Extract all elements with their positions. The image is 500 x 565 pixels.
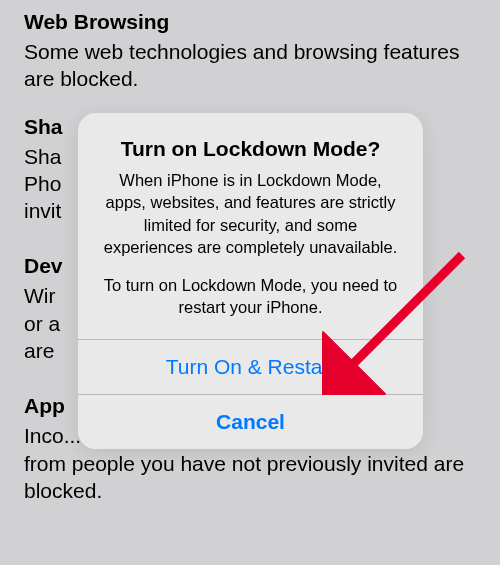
alert-message: When iPhone is in Lockdown Mode, apps, w… bbox=[98, 169, 403, 258]
alert-content: Turn on Lockdown Mode? When iPhone is in… bbox=[78, 113, 423, 339]
lockdown-mode-alert: Turn on Lockdown Mode? When iPhone is in… bbox=[78, 113, 423, 449]
alert-submessage: To turn on Lockdown Mode, you need to re… bbox=[98, 274, 403, 319]
modal-overlay: Turn on Lockdown Mode? When iPhone is in… bbox=[0, 0, 500, 565]
cancel-button[interactable]: Cancel bbox=[78, 394, 423, 449]
turn-on-restart-button[interactable]: Turn On & Restart bbox=[78, 339, 423, 394]
alert-title: Turn on Lockdown Mode? bbox=[98, 137, 403, 161]
